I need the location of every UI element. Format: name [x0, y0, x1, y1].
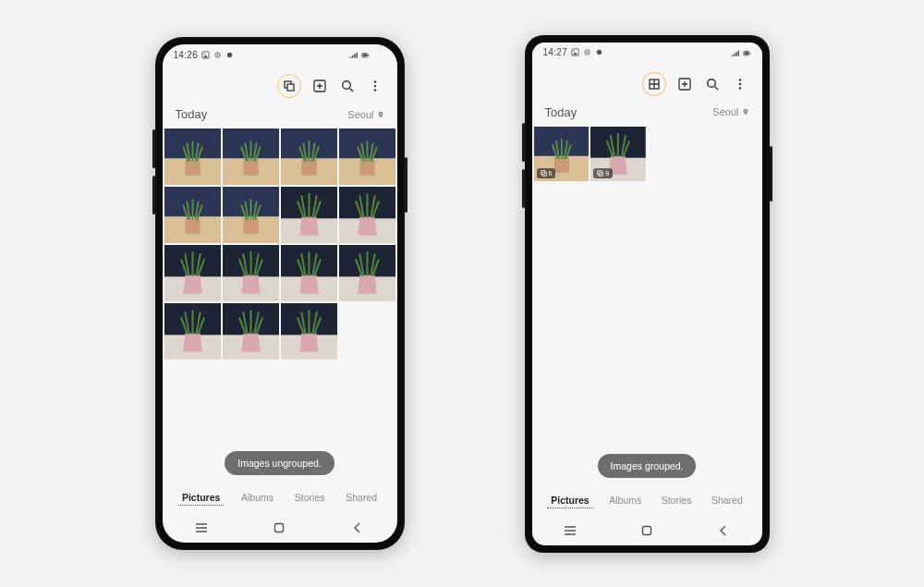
tab-albums[interactable]: Albums [605, 493, 645, 508]
photo-thumbnail[interactable] [223, 245, 279, 301]
more-button[interactable] [366, 77, 384, 95]
battery-icon [743, 48, 751, 56]
svg-point-3 [217, 54, 219, 55]
photo-thumbnail[interactable] [281, 245, 337, 301]
bottom-tabs: PicturesAlbumsStoriesShared [163, 484, 397, 513]
home-button[interactable] [271, 520, 287, 536]
back-button[interactable] [715, 522, 732, 539]
svg-rect-9 [287, 84, 294, 91]
phone-mockup-left: 14:26 [155, 37, 405, 550]
navigation-bar [163, 513, 397, 543]
svg-point-61 [745, 110, 747, 112]
tab-stories[interactable]: Stories [291, 490, 329, 506]
photo-thumbnail[interactable] [339, 128, 395, 185]
location-label[interactable]: Seoul [347, 109, 383, 120]
notification-dot-icon [225, 51, 234, 59]
svg-rect-7 [368, 55, 369, 56]
photo-thumbnail[interactable] [223, 128, 279, 185]
toast-message: Images ungrouped. [225, 451, 334, 475]
notification-dot-icon [595, 48, 603, 56]
action-bar [532, 63, 762, 102]
svg-point-59 [738, 82, 740, 84]
back-button[interactable] [349, 520, 366, 536]
signal-icon [731, 48, 739, 56]
svg-rect-6 [362, 54, 367, 56]
svg-rect-64 [541, 171, 544, 175]
image-indicator-icon [201, 51, 210, 59]
search-button[interactable] [338, 77, 357, 95]
section-header: Today Seoul [163, 104, 397, 128]
svg-point-14 [373, 89, 375, 91]
photo-thumbnail[interactable] [164, 245, 221, 301]
gallery-screen: 14:27 [532, 43, 762, 545]
photo-thumbnail[interactable] [339, 245, 395, 301]
recents-button[interactable] [562, 522, 578, 539]
battery-icon [361, 51, 370, 59]
photo-thumbnail[interactable]: 6 [534, 127, 590, 182]
navigation-bar [532, 516, 762, 545]
search-button[interactable] [703, 75, 722, 93]
svg-point-11 [342, 81, 350, 90]
svg-rect-70 [643, 526, 651, 534]
burst-count-badge: 9 [593, 168, 613, 178]
photo-thumbnail[interactable] [164, 187, 221, 243]
location-pin-icon [742, 108, 749, 116]
create-button[interactable] [675, 75, 694, 93]
svg-point-1 [203, 53, 204, 54]
more-button[interactable] [731, 75, 749, 93]
photo-thumbnail[interactable] [281, 303, 337, 360]
location-pin-icon [377, 111, 384, 118]
photo-thumbnail[interactable] [281, 128, 337, 185]
group-toggle-button[interactable] [277, 74, 301, 98]
svg-point-51 [597, 50, 602, 55]
photo-thumbnail[interactable] [223, 303, 279, 360]
toast-message: Images grouped. [598, 454, 697, 478]
svg-point-13 [373, 85, 375, 87]
svg-point-58 [738, 79, 740, 80]
photo-grid [163, 128, 397, 360]
section-header: Today Seoul [532, 102, 762, 127]
action-bar [163, 65, 397, 104]
phone-mockup-right: 14:27 [525, 35, 770, 553]
settings-indicator-icon [583, 48, 591, 56]
tab-pictures[interactable]: Pictures [547, 493, 592, 508]
tab-pictures[interactable]: Pictures [178, 490, 224, 506]
tab-albums[interactable]: Albums [237, 490, 277, 506]
svg-rect-68 [598, 171, 602, 175]
status-bar: 14:26 [163, 44, 397, 65]
recents-button[interactable] [193, 520, 210, 536]
svg-point-57 [707, 79, 715, 87]
location-label[interactable]: Seoul [712, 106, 748, 117]
svg-rect-69 [599, 172, 602, 176]
clock: 14:27 [543, 47, 568, 57]
photo-thumbnail[interactable]: 9 [590, 127, 646, 182]
signal-icon [349, 51, 358, 59]
bottom-tabs: PicturesAlbumsStoriesShared [532, 487, 762, 516]
photo-thumbnail[interactable] [164, 303, 221, 360]
section-title: Today [545, 105, 578, 119]
svg-rect-53 [744, 52, 748, 55]
tab-stories[interactable]: Stories [658, 493, 696, 508]
svg-point-50 [587, 52, 589, 54]
photo-thumbnail[interactable] [281, 187, 337, 243]
section-title: Today [176, 107, 208, 121]
gallery-screen: 14:26 [163, 44, 397, 543]
photo-grid: 6 9 [532, 127, 762, 182]
group-toggle-button[interactable] [642, 72, 666, 96]
svg-point-60 [738, 87, 740, 89]
status-bar: 14:27 [532, 43, 762, 63]
settings-indicator-icon [213, 51, 222, 59]
create-button[interactable] [310, 77, 329, 95]
svg-point-48 [573, 50, 574, 51]
photo-thumbnail[interactable] [164, 128, 221, 185]
image-indicator-icon [571, 48, 579, 56]
svg-point-15 [380, 113, 382, 115]
photo-thumbnail[interactable] [223, 187, 279, 243]
clock: 14:26 [174, 50, 199, 60]
burst-count-badge: 6 [537, 168, 556, 178]
tab-shared[interactable]: Shared [342, 490, 381, 506]
home-button[interactable] [638, 522, 655, 539]
photo-thumbnail[interactable] [339, 187, 395, 243]
tab-shared[interactable]: Shared [708, 493, 747, 508]
svg-rect-54 [749, 53, 750, 55]
